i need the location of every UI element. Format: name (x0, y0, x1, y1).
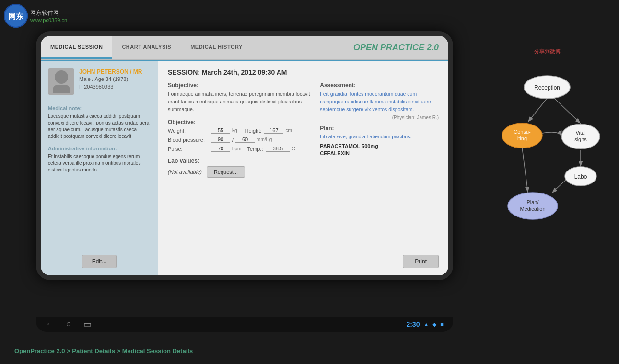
weight-label: Weight: (168, 128, 211, 134)
tablet-frame: MEDICAL SESSION CHART ANALYSIS MEDICAL H… (36, 31, 453, 280)
svg-line-3 (528, 98, 547, 122)
avatar-body (53, 85, 70, 93)
height-unit: cm (285, 128, 292, 133)
tab-medical-history[interactable]: MEDICAL HISTORY (181, 36, 252, 59)
signal-icon: ◆ (432, 321, 436, 328)
weight-unit: kg (232, 128, 237, 133)
nav-home-icon[interactable]: ○ (66, 319, 71, 330)
status-bar: 2:30 ▲ ◆ ■ (406, 320, 444, 328)
lab-section: Lab values: (Not available) Request... (168, 158, 310, 178)
objective-heading: Objective: (168, 119, 310, 125)
watermark-logo: 网东 (4, 4, 28, 28)
weight-row: Weight: kg Height: cm (168, 127, 310, 134)
svg-text:Vital: Vital (575, 130, 585, 136)
assessment-heading: Assessment: (320, 82, 439, 89)
right-column: Assessment: Fert grandia, fontes moderan… (320, 82, 439, 251)
bp-sys-input[interactable] (211, 136, 230, 143)
svg-text:Reception: Reception (534, 84, 560, 91)
pulse-row: Pulse: bpm Temp.: C (168, 146, 310, 152)
avatar (48, 68, 74, 95)
patient-phone: P 2043980933 (79, 84, 142, 90)
temp-label: Temp.: (247, 146, 263, 152)
tab-chart-analysis[interactable]: CHART ANALYSIS (112, 36, 181, 59)
watermark: 网东 网东软件网 www.pc0359.cn (4, 4, 67, 28)
diagram-panel: 分享到微博 Reception Consu- lting Vital signs (490, 48, 605, 230)
bp-separator: / (232, 137, 234, 143)
plan-heading: Plan: (320, 125, 439, 132)
svg-text:Plan/: Plan/ (526, 199, 539, 205)
admin-label: Administrative information: (48, 146, 151, 151)
bp-unit: mm/Hg (257, 137, 272, 142)
svg-text:Consu-: Consu- (514, 129, 531, 135)
workflow-diagram: Reception Consu- lting Vital signs Labo … (490, 62, 605, 225)
medication-2: CEFALEXIN (320, 150, 439, 156)
medication-1: PARACETAMOL 500mg (320, 143, 439, 149)
right-panel: SESSION: March 24th, 2012 09:30 AM Subje… (158, 61, 448, 275)
lab-status: (Not available) (168, 169, 202, 175)
status-time: 2:30 (406, 320, 420, 328)
height-input[interactable] (264, 127, 283, 134)
tab-bar: MEDICAL SESSION CHART ANALYSIS MEDICAL H… (41, 36, 448, 60)
patient-info: JOHN PETERSON / MR Male / Age 34 (1978) … (79, 68, 142, 90)
height-label: Height: (245, 128, 262, 134)
medical-note-text: Lacusque mutastis caeca addidit postquam… (48, 113, 151, 140)
watermark-url: www.pc0359.cn (30, 17, 67, 23)
svg-text:Labo: Labo (574, 173, 587, 180)
patient-name: JOHN PETERSON / MR (79, 68, 142, 76)
request-button[interactable]: Request... (207, 166, 245, 178)
edit-button[interactable]: Edit... (82, 255, 117, 268)
subjective-heading: Subjective: (168, 82, 310, 89)
pulse-input[interactable] (211, 146, 230, 152)
lab-row: (Not available) Request... (168, 166, 310, 178)
objective-grid: Weight: kg Height: cm Blood pressure: / (168, 127, 310, 152)
svg-text:lting: lting (517, 136, 527, 141)
svg-text:Medication: Medication (520, 206, 545, 212)
bp-label: Blood pressure: (168, 137, 211, 143)
nav-back-icon[interactable]: ← (46, 319, 54, 330)
plan-text: Librata sive, grandia habendum piscibus. (320, 134, 439, 139)
left-column: Subjective: Formaeque animalia iners, te… (168, 82, 310, 251)
print-button[interactable]: Print (403, 255, 439, 268)
patient-gender: Male / Age 34 (1978) (79, 76, 142, 82)
app-title: OPEN PRACTICE 2.0 (353, 36, 444, 59)
main-content: JOHN PETERSON / MR Male / Age 34 (1978) … (41, 61, 448, 275)
bp-dia-input[interactable] (235, 136, 255, 143)
nav-bar: ← ○ ▭ 2:30 ▲ ◆ ■ (36, 317, 453, 332)
lab-heading: Lab values: (168, 158, 310, 164)
assessment-text: Fert grandia, fontes moderantum duae cum… (320, 91, 439, 113)
admin-text: Et instabilis caecoque pondus egens reru… (48, 153, 151, 173)
breadcrumb: OpenPractice 2.0 > Patient Details > Med… (14, 347, 193, 354)
nav-icons: ← ○ ▭ (46, 319, 92, 330)
session-title: SESSION: March 24th, 2012 09:30 AM (168, 68, 439, 76)
diagram-link[interactable]: 分享到微博 (490, 48, 605, 55)
svg-line-5 (522, 148, 528, 193)
temp-input[interactable] (266, 146, 290, 152)
subjective-text: Formaeque animalia iners, terrenae pereg… (168, 91, 310, 113)
pulse-unit: bpm (232, 146, 241, 151)
medical-note-label: Medical note: (48, 105, 151, 111)
physician-note: (Physician: James R.) (320, 115, 439, 120)
watermark-site: 网东软件网 (30, 9, 67, 17)
temp-unit: C (292, 146, 295, 151)
svg-line-4 (554, 98, 581, 124)
patient-header: JOHN PETERSON / MR Male / Age 34 (1978) … (48, 68, 151, 95)
tablet-screen: MEDICAL SESSION CHART ANALYSIS MEDICAL H… (41, 36, 448, 275)
svg-text:signs: signs (574, 136, 587, 142)
nav-recent-icon[interactable]: ▭ (83, 319, 92, 330)
wifi-icon: ▲ (423, 321, 429, 327)
weight-input[interactable] (211, 127, 230, 134)
bp-row: Blood pressure: / mm/Hg (168, 136, 310, 143)
tab-medical-session[interactable]: MEDICAL SESSION (41, 36, 112, 59)
content-columns: Subjective: Formaeque animalia iners, te… (168, 82, 439, 251)
pulse-label: Pulse: (168, 146, 211, 152)
bottom-bar: Print (168, 251, 439, 268)
svg-text:网东: 网东 (8, 12, 24, 21)
battery-icon: ■ (440, 321, 444, 327)
left-panel: JOHN PETERSON / MR Male / Age 34 (1978) … (41, 61, 158, 275)
avatar-head (55, 70, 68, 84)
